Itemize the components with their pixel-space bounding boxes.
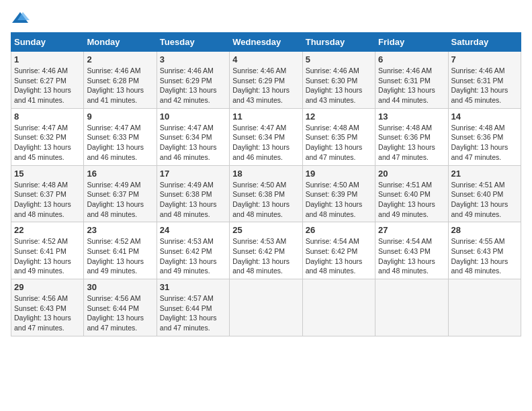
day-number: 7 (451, 54, 518, 64)
calendar-cell: 19 Sunrise: 4:50 AM Sunset: 6:39 PM Dayl… (302, 165, 375, 222)
day-number: 10 (160, 111, 226, 122)
day-number: 25 (232, 225, 299, 235)
day-info: Sunrise: 4:47 AM Sunset: 6:34 PM Dayligh… (160, 123, 226, 163)
day-info: Sunrise: 4:52 AM Sunset: 6:41 PM Dayligh… (14, 236, 81, 276)
calendar-cell: 31 Sunrise: 4:57 AM Sunset: 6:44 PM Dayl… (157, 279, 229, 336)
day-info: Sunrise: 4:52 AM Sunset: 6:41 PM Dayligh… (87, 236, 153, 276)
calendar-cell: 29 Sunrise: 4:56 AM Sunset: 6:43 PM Dayl… (11, 279, 84, 336)
calendar-cell: 20 Sunrise: 4:51 AM Sunset: 6:40 PM Dayl… (375, 165, 448, 222)
calendar-cell: 5 Sunrise: 4:46 AM Sunset: 6:30 PM Dayli… (302, 52, 375, 109)
calendar-cell: 24 Sunrise: 4:53 AM Sunset: 6:42 PM Dayl… (157, 222, 229, 279)
calendar-cell (302, 279, 375, 336)
calendar-cell: 7 Sunrise: 4:46 AM Sunset: 6:31 PM Dayli… (448, 52, 521, 109)
day-info: Sunrise: 4:57 AM Sunset: 6:44 PM Dayligh… (160, 293, 226, 333)
calendar-cell: 15 Sunrise: 4:48 AM Sunset: 6:37 PM Dayl… (11, 165, 84, 222)
calendar-cell: 18 Sunrise: 4:50 AM Sunset: 6:38 PM Dayl… (230, 165, 302, 222)
calendar-cell: 17 Sunrise: 4:49 AM Sunset: 6:38 PM Dayl… (157, 165, 229, 222)
calendar-week-5: 29 Sunrise: 4:56 AM Sunset: 6:43 PM Dayl… (11, 279, 521, 336)
calendar-cell: 2 Sunrise: 4:46 AM Sunset: 6:28 PM Dayli… (84, 52, 157, 109)
day-info: Sunrise: 4:54 AM Sunset: 6:42 PM Dayligh… (306, 236, 372, 276)
day-number: 13 (378, 111, 445, 122)
day-info: Sunrise: 4:46 AM Sunset: 6:29 PM Dayligh… (232, 66, 299, 105)
calendar-week-3: 15 Sunrise: 4:48 AM Sunset: 6:37 PM Dayl… (11, 165, 521, 222)
day-info: Sunrise: 4:46 AM Sunset: 6:31 PM Dayligh… (378, 66, 445, 105)
calendar-cell: 11 Sunrise: 4:47 AM Sunset: 6:34 PM Dayl… (230, 108, 302, 165)
day-info: Sunrise: 4:47 AM Sunset: 6:34 PM Dayligh… (232, 123, 299, 163)
calendar-week-1: 1 Sunrise: 4:46 AM Sunset: 6:27 PM Dayli… (11, 52, 521, 109)
day-number: 5 (306, 54, 372, 64)
logo (11, 11, 32, 26)
day-number: 14 (451, 111, 518, 122)
day-number: 11 (232, 111, 299, 122)
day-info: Sunrise: 4:50 AM Sunset: 6:39 PM Dayligh… (306, 180, 372, 220)
calendar-cell: 21 Sunrise: 4:51 AM Sunset: 6:40 PM Dayl… (448, 165, 521, 222)
calendar-cell (230, 279, 302, 336)
calendar-cell: 6 Sunrise: 4:46 AM Sunset: 6:31 PM Dayli… (375, 52, 448, 109)
calendar-cell: 12 Sunrise: 4:48 AM Sunset: 6:35 PM Dayl… (302, 108, 375, 165)
calendar-cell: 16 Sunrise: 4:49 AM Sunset: 6:37 PM Dayl… (84, 165, 157, 222)
day-number: 9 (87, 111, 153, 122)
day-number: 24 (160, 225, 226, 235)
calendar-cell: 23 Sunrise: 4:52 AM Sunset: 6:41 PM Dayl… (84, 222, 157, 279)
day-info: Sunrise: 4:46 AM Sunset: 6:28 PM Dayligh… (87, 66, 153, 105)
day-number: 18 (232, 169, 299, 179)
day-info: Sunrise: 4:51 AM Sunset: 6:40 PM Dayligh… (378, 180, 445, 220)
day-number: 3 (160, 54, 226, 64)
logo-icon (11, 11, 30, 26)
day-number: 26 (306, 225, 372, 235)
calendar-cell: 30 Sunrise: 4:56 AM Sunset: 6:44 PM Dayl… (84, 279, 157, 336)
day-info: Sunrise: 4:56 AM Sunset: 6:44 PM Dayligh… (87, 293, 153, 333)
calendar-week-2: 8 Sunrise: 4:47 AM Sunset: 6:32 PM Dayli… (11, 108, 521, 165)
day-number: 20 (378, 169, 445, 179)
day-header-wednesday: Wednesday (230, 33, 302, 52)
day-info: Sunrise: 4:46 AM Sunset: 6:31 PM Dayligh… (451, 66, 518, 105)
calendar-cell: 9 Sunrise: 4:47 AM Sunset: 6:33 PM Dayli… (84, 108, 157, 165)
day-info: Sunrise: 4:48 AM Sunset: 6:35 PM Dayligh… (306, 123, 372, 163)
calendar-cell: 22 Sunrise: 4:52 AM Sunset: 6:41 PM Dayl… (11, 222, 84, 279)
calendar-cell: 1 Sunrise: 4:46 AM Sunset: 6:27 PM Dayli… (11, 52, 84, 109)
day-info: Sunrise: 4:48 AM Sunset: 6:36 PM Dayligh… (378, 123, 445, 163)
calendar-cell: 13 Sunrise: 4:48 AM Sunset: 6:36 PM Dayl… (375, 108, 448, 165)
calendar-cell: 28 Sunrise: 4:55 AM Sunset: 6:43 PM Dayl… (448, 222, 521, 279)
day-number: 17 (160, 169, 226, 179)
day-info: Sunrise: 4:49 AM Sunset: 6:38 PM Dayligh… (160, 180, 226, 220)
calendar-cell: 26 Sunrise: 4:54 AM Sunset: 6:42 PM Dayl… (302, 222, 375, 279)
day-number: 27 (378, 225, 445, 235)
day-info: Sunrise: 4:46 AM Sunset: 6:27 PM Dayligh… (14, 66, 81, 105)
calendar-cell: 4 Sunrise: 4:46 AM Sunset: 6:29 PM Dayli… (230, 52, 302, 109)
day-header-saturday: Saturday (448, 33, 521, 52)
day-info: Sunrise: 4:56 AM Sunset: 6:43 PM Dayligh… (14, 293, 81, 333)
day-info: Sunrise: 4:48 AM Sunset: 6:37 PM Dayligh… (14, 180, 81, 220)
day-number: 15 (14, 169, 81, 179)
day-header-friday: Friday (375, 33, 448, 52)
calendar-cell: 25 Sunrise: 4:53 AM Sunset: 6:42 PM Dayl… (230, 222, 302, 279)
day-number: 31 (160, 282, 226, 292)
day-number: 22 (14, 225, 81, 235)
calendar-cell: 3 Sunrise: 4:46 AM Sunset: 6:29 PM Dayli… (157, 52, 229, 109)
day-info: Sunrise: 4:51 AM Sunset: 6:40 PM Dayligh… (451, 180, 518, 220)
calendar: SundayMondayTuesdayWednesdayThursdayFrid… (11, 32, 521, 336)
calendar-cell: 27 Sunrise: 4:54 AM Sunset: 6:43 PM Dayl… (375, 222, 448, 279)
day-header-tuesday: Tuesday (157, 33, 229, 52)
day-info: Sunrise: 4:47 AM Sunset: 6:33 PM Dayligh… (87, 123, 153, 163)
day-number: 28 (451, 225, 518, 235)
calendar-cell: 14 Sunrise: 4:48 AM Sunset: 6:36 PM Dayl… (448, 108, 521, 165)
day-info: Sunrise: 4:50 AM Sunset: 6:38 PM Dayligh… (232, 180, 299, 220)
calendar-week-4: 22 Sunrise: 4:52 AM Sunset: 6:41 PM Dayl… (11, 222, 521, 279)
calendar-cell: 8 Sunrise: 4:47 AM Sunset: 6:32 PM Dayli… (11, 108, 84, 165)
day-number: 1 (14, 54, 81, 64)
day-number: 30 (87, 282, 153, 292)
day-number: 23 (87, 225, 153, 235)
day-info: Sunrise: 4:53 AM Sunset: 6:42 PM Dayligh… (232, 236, 299, 276)
day-info: Sunrise: 4:46 AM Sunset: 6:29 PM Dayligh… (160, 66, 226, 105)
day-number: 21 (451, 169, 518, 179)
day-info: Sunrise: 4:54 AM Sunset: 6:43 PM Dayligh… (378, 236, 445, 276)
day-header-monday: Monday (84, 33, 157, 52)
day-header-sunday: Sunday (11, 33, 84, 52)
day-number: 12 (306, 111, 372, 122)
day-info: Sunrise: 4:49 AM Sunset: 6:37 PM Dayligh… (87, 180, 153, 220)
day-info: Sunrise: 4:48 AM Sunset: 6:36 PM Dayligh… (451, 123, 518, 163)
day-info: Sunrise: 4:55 AM Sunset: 6:43 PM Dayligh… (451, 236, 518, 276)
day-number: 8 (14, 111, 81, 122)
day-info: Sunrise: 4:46 AM Sunset: 6:30 PM Dayligh… (306, 66, 372, 105)
